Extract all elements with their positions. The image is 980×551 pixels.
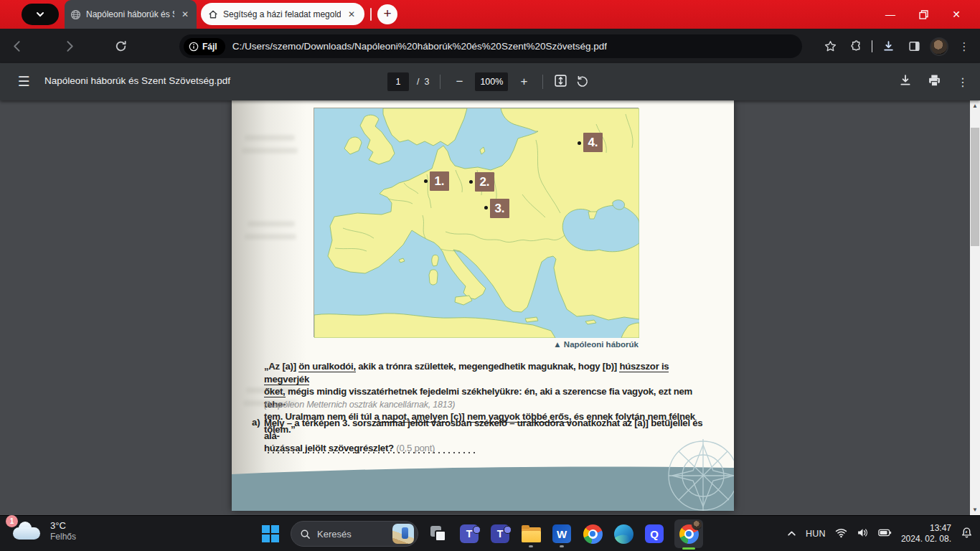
tray-overflow-chevron[interactable] xyxy=(787,529,796,540)
taskbar-item-chrome[interactable] xyxy=(582,523,603,545)
map-marker: 4. xyxy=(583,133,603,152)
volume-icon[interactable] xyxy=(857,527,869,541)
pdf-more-kebab-icon[interactable]: ⋮ xyxy=(957,75,969,89)
reload-icon[interactable] xyxy=(112,37,129,55)
browser-toolbar: Fájl C:/Users/szemo/Downloads/Napóleoni%… xyxy=(0,29,980,63)
taskbar: 1 3°C Felhős Keresés T T W Q xyxy=(0,515,980,551)
tab-search-button[interactable] xyxy=(22,4,59,25)
minimize-button[interactable]: — xyxy=(874,0,907,29)
page-footer-band: 3.6. A FELVILÁGOSODÁS 113 xyxy=(232,435,734,511)
windows-icon xyxy=(262,525,279,542)
weather-temperature: 3°C xyxy=(50,520,76,531)
tab-title: Napóleoni háborúk és Szent Sz xyxy=(86,9,174,19)
side-panel-icon[interactable] xyxy=(904,37,924,57)
europe-map: 1.2.3.4. xyxy=(314,108,639,337)
taskbar-item-teams-classic[interactable]: T xyxy=(489,523,511,545)
restore-icon xyxy=(919,10,928,19)
extensions-icon[interactable] xyxy=(846,37,866,57)
map-marker-dot xyxy=(578,141,581,145)
search-placeholder: Keresés xyxy=(317,529,386,540)
rotate-icon[interactable] xyxy=(575,74,589,90)
profile-avatar[interactable] xyxy=(930,37,948,56)
taskbar-center: Keresés T T W Q xyxy=(260,516,703,551)
back-icon[interactable] xyxy=(9,37,26,55)
pdf-menu-icon[interactable]: ☰ xyxy=(16,74,32,90)
cloud-icon: 1 xyxy=(10,519,43,543)
tab-help[interactable]: Segítség a házi feladat megoldá ✕ xyxy=(201,3,364,25)
pdf-actions: ⋮ xyxy=(899,70,969,93)
map-marker-dot xyxy=(424,179,428,183)
bookmark-star-icon[interactable] xyxy=(820,37,840,57)
screen: Napóleoni háborúk és Szent Sz ✕ Segítség… xyxy=(0,0,980,551)
page-number-input[interactable]: 1 xyxy=(387,72,409,91)
taskbar-item-edge[interactable] xyxy=(613,523,634,545)
page-total: 3 xyxy=(424,77,429,87)
tray-time: 13:47 xyxy=(901,523,951,534)
language-indicator[interactable]: HUN xyxy=(806,529,826,539)
quote-attribution: (Napóleon Metternich osztrák kancellárna… xyxy=(264,400,455,410)
taskbar-item-word[interactable]: W xyxy=(551,523,573,545)
quizlet-icon: Q xyxy=(645,524,664,543)
zoom-out-button[interactable]: − xyxy=(451,75,467,89)
browser-menu-kebab-icon[interactable]: ⋮ xyxy=(954,37,974,57)
taskbar-item-quizlet[interactable]: Q xyxy=(644,523,665,545)
tab-title: Segítség a házi feladat megoldá xyxy=(223,9,341,19)
weather-condition: Felhős xyxy=(50,532,76,542)
zoom-in-button[interactable]: + xyxy=(516,75,532,89)
chevron-down-icon xyxy=(36,10,44,19)
teams-classic-icon: T xyxy=(491,524,509,543)
download-icon[interactable] xyxy=(899,74,912,90)
battery-icon[interactable] xyxy=(878,527,892,540)
tab-close-icon[interactable]: ✕ xyxy=(179,9,191,20)
tab-pdf[interactable]: Napóleoni háborúk és Szent Sz ✕ xyxy=(65,0,197,29)
url-text: C:/Users/szemo/Downloads/Napóleoni%20háb… xyxy=(232,41,607,52)
search-highlight-image[interactable] xyxy=(392,524,414,544)
wifi-icon[interactable] xyxy=(835,527,847,541)
taskbar-item-chrome-active[interactable] xyxy=(674,519,703,548)
svg-text:z: z xyxy=(965,529,967,534)
fit-page-icon[interactable] xyxy=(554,74,567,90)
tray-date: 2024. 02. 08. xyxy=(901,534,951,545)
new-tab-button[interactable]: + xyxy=(377,4,397,24)
quote-line: „Az [a)] ön uralkodói, akik a trónra szü… xyxy=(264,360,697,385)
map-marker-dot xyxy=(469,180,473,184)
globe-icon xyxy=(70,9,81,20)
taskbar-item-task-view[interactable] xyxy=(428,523,449,545)
scroll-up-icon[interactable]: ▲ xyxy=(971,103,979,109)
page-divider: / xyxy=(417,77,419,87)
weather-badge: 1 xyxy=(6,515,18,527)
close-button[interactable]: ✕ xyxy=(940,0,973,29)
tab-close-icon[interactable]: ✕ xyxy=(346,9,357,20)
pdf-page: 1.2.3.4. ▲ Napóleoni háborúk „Az [a)] ön… xyxy=(232,100,734,511)
scroll-down-icon[interactable]: ▼ xyxy=(971,507,979,513)
taskbar-item-teams[interactable]: T xyxy=(458,523,480,545)
restore-button[interactable] xyxy=(907,0,940,29)
zoom-level[interactable]: 100% xyxy=(475,72,508,91)
search-box[interactable]: Keresés xyxy=(291,521,418,547)
pdf-page-controls: 1 / 3 − 100% + xyxy=(387,70,589,93)
search-icon xyxy=(300,529,311,540)
clock[interactable]: 13:47 2024. 02. 08. xyxy=(901,523,951,545)
question-marker: a) xyxy=(252,417,260,428)
address-bar[interactable]: Fájl C:/Users/szemo/Downloads/Napóleoni%… xyxy=(179,34,802,58)
downloads-icon[interactable] xyxy=(878,37,898,57)
pdf-toolbar: ☰ Napóleoni háborúk és Szent Szövetség.p… xyxy=(0,63,980,100)
browser-tab-strip: Napóleoni háborúk és Szent Sz ✕ Segítség… xyxy=(0,0,980,29)
window-controls: — ✕ xyxy=(874,0,973,29)
info-icon xyxy=(189,42,199,52)
teams-icon: T xyxy=(460,524,479,543)
taskbar-item-file-explorer[interactable] xyxy=(520,523,542,545)
start-button[interactable] xyxy=(260,523,281,545)
notification-bell-icon[interactable]: z xyxy=(961,527,973,542)
scrollbar-thumb[interactable] xyxy=(971,128,979,246)
word-icon: W xyxy=(552,524,571,543)
system-tray: HUN 13:47 2024. 02. 08. z xyxy=(787,516,973,551)
edge-icon xyxy=(614,524,633,544)
weather-widget[interactable]: 1 3°C Felhős xyxy=(10,519,76,543)
print-icon[interactable] xyxy=(928,74,941,90)
forward-icon[interactable] xyxy=(60,37,77,55)
toolbar-actions: ⋮ xyxy=(820,34,974,58)
scrollbar[interactable]: ▲ ▼ xyxy=(970,100,980,515)
file-scheme-chip: Fájl xyxy=(184,38,225,55)
tab-separator xyxy=(370,8,372,21)
